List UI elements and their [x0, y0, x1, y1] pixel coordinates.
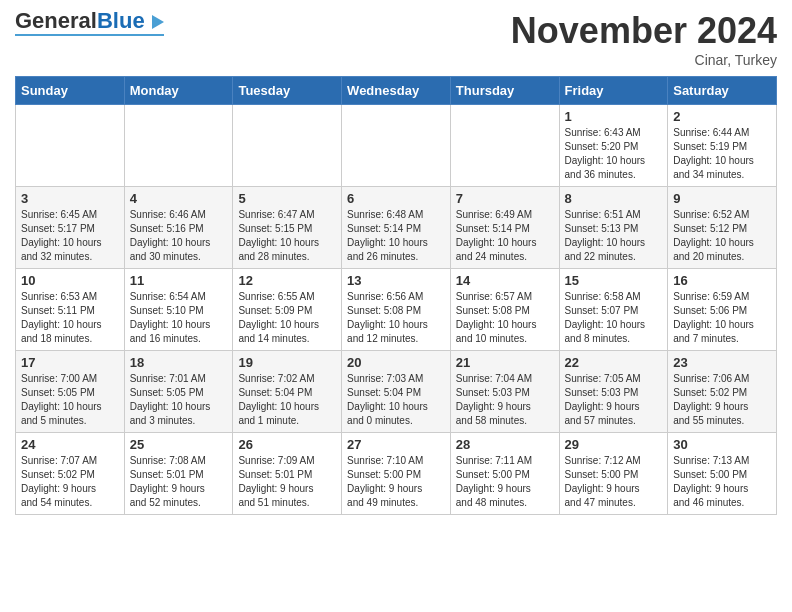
day-number: 12 — [238, 273, 336, 288]
day-number: 22 — [565, 355, 663, 370]
calendar-cell: 29Sunrise: 7:12 AM Sunset: 5:00 PM Dayli… — [559, 433, 668, 515]
day-number: 21 — [456, 355, 554, 370]
calendar-cell: 15Sunrise: 6:58 AM Sunset: 5:07 PM Dayli… — [559, 269, 668, 351]
week-row-2: 3Sunrise: 6:45 AM Sunset: 5:17 PM Daylig… — [16, 187, 777, 269]
day-number: 15 — [565, 273, 663, 288]
day-info: Sunrise: 6:51 AM Sunset: 5:13 PM Dayligh… — [565, 208, 663, 264]
calendar-cell: 3Sunrise: 6:45 AM Sunset: 5:17 PM Daylig… — [16, 187, 125, 269]
day-number: 8 — [565, 191, 663, 206]
day-number: 13 — [347, 273, 445, 288]
day-number: 17 — [21, 355, 119, 370]
day-info: Sunrise: 6:56 AM Sunset: 5:08 PM Dayligh… — [347, 290, 445, 346]
day-info: Sunrise: 7:00 AM Sunset: 5:05 PM Dayligh… — [21, 372, 119, 428]
day-number: 14 — [456, 273, 554, 288]
calendar-cell: 28Sunrise: 7:11 AM Sunset: 5:00 PM Dayli… — [450, 433, 559, 515]
day-info: Sunrise: 7:09 AM Sunset: 5:01 PM Dayligh… — [238, 454, 336, 510]
day-info: Sunrise: 6:48 AM Sunset: 5:14 PM Dayligh… — [347, 208, 445, 264]
day-number: 24 — [21, 437, 119, 452]
col-header-thursday: Thursday — [450, 77, 559, 105]
week-row-3: 10Sunrise: 6:53 AM Sunset: 5:11 PM Dayli… — [16, 269, 777, 351]
calendar-cell: 26Sunrise: 7:09 AM Sunset: 5:01 PM Dayli… — [233, 433, 342, 515]
day-info: Sunrise: 7:01 AM Sunset: 5:05 PM Dayligh… — [130, 372, 228, 428]
day-number: 1 — [565, 109, 663, 124]
subtitle: Cinar, Turkey — [511, 52, 777, 68]
calendar-cell: 21Sunrise: 7:04 AM Sunset: 5:03 PM Dayli… — [450, 351, 559, 433]
day-number: 5 — [238, 191, 336, 206]
day-info: Sunrise: 6:55 AM Sunset: 5:09 PM Dayligh… — [238, 290, 336, 346]
calendar-cell: 10Sunrise: 6:53 AM Sunset: 5:11 PM Dayli… — [16, 269, 125, 351]
calendar-cell: 6Sunrise: 6:48 AM Sunset: 5:14 PM Daylig… — [342, 187, 451, 269]
day-info: Sunrise: 7:03 AM Sunset: 5:04 PM Dayligh… — [347, 372, 445, 428]
calendar-cell: 24Sunrise: 7:07 AM Sunset: 5:02 PM Dayli… — [16, 433, 125, 515]
col-header-tuesday: Tuesday — [233, 77, 342, 105]
day-info: Sunrise: 6:58 AM Sunset: 5:07 PM Dayligh… — [565, 290, 663, 346]
day-number: 11 — [130, 273, 228, 288]
logo: GeneralBlue — [15, 10, 164, 36]
logo-general: General — [15, 8, 97, 33]
day-number: 3 — [21, 191, 119, 206]
logo-blue: Blue — [97, 8, 145, 33]
calendar-cell: 13Sunrise: 6:56 AM Sunset: 5:08 PM Dayli… — [342, 269, 451, 351]
page: GeneralBlue November 2024 Cinar, Turkey … — [0, 0, 792, 530]
day-number: 27 — [347, 437, 445, 452]
calendar-cell: 17Sunrise: 7:00 AM Sunset: 5:05 PM Dayli… — [16, 351, 125, 433]
logo-arrow-icon — [152, 15, 164, 29]
title-area: November 2024 Cinar, Turkey — [511, 10, 777, 68]
day-info: Sunrise: 7:11 AM Sunset: 5:00 PM Dayligh… — [456, 454, 554, 510]
day-number: 28 — [456, 437, 554, 452]
day-info: Sunrise: 7:07 AM Sunset: 5:02 PM Dayligh… — [21, 454, 119, 510]
week-row-1: 1Sunrise: 6:43 AM Sunset: 5:20 PM Daylig… — [16, 105, 777, 187]
calendar-cell: 14Sunrise: 6:57 AM Sunset: 5:08 PM Dayli… — [450, 269, 559, 351]
day-number: 18 — [130, 355, 228, 370]
calendar-cell: 7Sunrise: 6:49 AM Sunset: 5:14 PM Daylig… — [450, 187, 559, 269]
day-number: 30 — [673, 437, 771, 452]
calendar-cell: 22Sunrise: 7:05 AM Sunset: 5:03 PM Dayli… — [559, 351, 668, 433]
calendar-cell: 9Sunrise: 6:52 AM Sunset: 5:12 PM Daylig… — [668, 187, 777, 269]
col-header-wednesday: Wednesday — [342, 77, 451, 105]
day-number: 6 — [347, 191, 445, 206]
day-info: Sunrise: 6:49 AM Sunset: 5:14 PM Dayligh… — [456, 208, 554, 264]
calendar-cell: 2Sunrise: 6:44 AM Sunset: 5:19 PM Daylig… — [668, 105, 777, 187]
calendar-cell: 1Sunrise: 6:43 AM Sunset: 5:20 PM Daylig… — [559, 105, 668, 187]
day-number: 9 — [673, 191, 771, 206]
calendar-cell: 8Sunrise: 6:51 AM Sunset: 5:13 PM Daylig… — [559, 187, 668, 269]
day-info: Sunrise: 7:05 AM Sunset: 5:03 PM Dayligh… — [565, 372, 663, 428]
day-info: Sunrise: 7:02 AM Sunset: 5:04 PM Dayligh… — [238, 372, 336, 428]
day-number: 19 — [238, 355, 336, 370]
calendar-cell — [342, 105, 451, 187]
header: GeneralBlue November 2024 Cinar, Turkey — [15, 10, 777, 68]
col-header-saturday: Saturday — [668, 77, 777, 105]
calendar-cell: 16Sunrise: 6:59 AM Sunset: 5:06 PM Dayli… — [668, 269, 777, 351]
day-number: 26 — [238, 437, 336, 452]
day-info: Sunrise: 6:45 AM Sunset: 5:17 PM Dayligh… — [21, 208, 119, 264]
calendar-cell: 23Sunrise: 7:06 AM Sunset: 5:02 PM Dayli… — [668, 351, 777, 433]
day-number: 20 — [347, 355, 445, 370]
day-info: Sunrise: 6:53 AM Sunset: 5:11 PM Dayligh… — [21, 290, 119, 346]
calendar-cell: 30Sunrise: 7:13 AM Sunset: 5:00 PM Dayli… — [668, 433, 777, 515]
day-info: Sunrise: 7:13 AM Sunset: 5:00 PM Dayligh… — [673, 454, 771, 510]
calendar-cell — [450, 105, 559, 187]
day-number: 10 — [21, 273, 119, 288]
calendar-cell: 11Sunrise: 6:54 AM Sunset: 5:10 PM Dayli… — [124, 269, 233, 351]
calendar-cell — [124, 105, 233, 187]
day-info: Sunrise: 7:06 AM Sunset: 5:02 PM Dayligh… — [673, 372, 771, 428]
day-info: Sunrise: 6:54 AM Sunset: 5:10 PM Dayligh… — [130, 290, 228, 346]
day-number: 29 — [565, 437, 663, 452]
day-info: Sunrise: 7:08 AM Sunset: 5:01 PM Dayligh… — [130, 454, 228, 510]
logo-underline — [15, 34, 164, 36]
calendar-cell: 5Sunrise: 6:47 AM Sunset: 5:15 PM Daylig… — [233, 187, 342, 269]
day-info: Sunrise: 7:10 AM Sunset: 5:00 PM Dayligh… — [347, 454, 445, 510]
calendar-cell: 27Sunrise: 7:10 AM Sunset: 5:00 PM Dayli… — [342, 433, 451, 515]
calendar-cell — [233, 105, 342, 187]
calendar-cell: 19Sunrise: 7:02 AM Sunset: 5:04 PM Dayli… — [233, 351, 342, 433]
day-info: Sunrise: 6:47 AM Sunset: 5:15 PM Dayligh… — [238, 208, 336, 264]
day-info: Sunrise: 6:44 AM Sunset: 5:19 PM Dayligh… — [673, 126, 771, 182]
day-number: 7 — [456, 191, 554, 206]
day-number: 23 — [673, 355, 771, 370]
day-number: 2 — [673, 109, 771, 124]
day-number: 4 — [130, 191, 228, 206]
week-row-5: 24Sunrise: 7:07 AM Sunset: 5:02 PM Dayli… — [16, 433, 777, 515]
day-info: Sunrise: 7:04 AM Sunset: 5:03 PM Dayligh… — [456, 372, 554, 428]
day-info: Sunrise: 6:57 AM Sunset: 5:08 PM Dayligh… — [456, 290, 554, 346]
calendar-cell: 25Sunrise: 7:08 AM Sunset: 5:01 PM Dayli… — [124, 433, 233, 515]
